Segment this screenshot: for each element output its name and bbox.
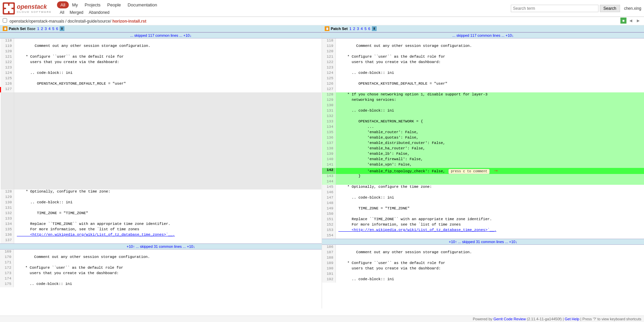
line-content[interactable]: [14, 141, 321, 146]
line-content[interactable]: 'enable_router': False,: [335, 130, 644, 136]
line-content[interactable]: TIME_ZONE = "TIME_ZONE": [335, 206, 644, 212]
line-content[interactable]: [335, 179, 644, 185]
line-content[interactable]: 'enable_distributed_router': False,: [335, 141, 644, 146]
nav-sub-abandoned[interactable]: Abandoned: [86, 9, 112, 16]
line-content[interactable]: [335, 201, 644, 206]
line-content[interactable]: .. code-block:: ini: [13, 282, 322, 287]
line-content[interactable]: [14, 130, 321, 136]
line-content[interactable]: [14, 76, 321, 82]
line-content[interactable]: Comment out any other session storage co…: [335, 44, 644, 49]
left-patch-2[interactable]: 2: [41, 27, 43, 31]
line-content[interactable]: 'enable_quotas': False,: [335, 136, 644, 141]
line-content[interactable]: [335, 212, 644, 217]
left-patch-5[interactable]: 5: [52, 27, 54, 31]
right-skip-top-link[interactable]: ... skipped 117 common lines ... +10↓: [452, 33, 514, 37]
line-content[interactable]: [335, 65, 644, 71]
line-content[interactable]: [335, 233, 644, 239]
nav-documentation[interactable]: Documentation: [124, 1, 160, 9]
line-content[interactable]: ...: [335, 125, 644, 130]
line-content[interactable]: OPENSTACK_KEYSTONE_DEFAULT_ROLE = "user": [335, 82, 644, 87]
left-patch-icon2[interactable]: ⬇: [60, 26, 64, 31]
line-content[interactable]: [14, 38, 321, 44]
line-content[interactable]: * Optionally, configure the time zone:: [335, 185, 644, 190]
line-content[interactable]: [14, 216, 321, 222]
diff-icon-1[interactable]: ■: [620, 18, 626, 24]
line-content[interactable]: [14, 179, 321, 184]
line-content[interactable]: [14, 206, 321, 211]
line-content[interactable]: OPENSTACK_NEUTRON_NETWORK = {: [335, 119, 644, 125]
code-link[interactable]: <http://en.wikipedia.org/wiki/List_of_tz…: [17, 233, 175, 237]
line-content[interactable]: [14, 136, 321, 141]
line-content[interactable]: .. code-block:: ini: [335, 277, 644, 283]
line-content[interactable]: [14, 146, 321, 152]
line-content[interactable]: * If you chose networking option 1, disa…: [335, 92, 644, 98]
right-patch-3[interactable]: 3: [357, 27, 359, 31]
search-input[interactable]: [511, 5, 598, 12]
line-content[interactable]: [335, 245, 644, 250]
nav-projects[interactable]: Projects: [81, 1, 104, 9]
line-content[interactable]: [13, 276, 322, 282]
line-content[interactable]: [14, 125, 321, 130]
right-patch-icon2[interactable]: ⬇: [372, 26, 377, 31]
line-content[interactable]: * Configure ``user`` as the default role…: [335, 55, 644, 60]
line-content[interactable]: [14, 87, 321, 92]
right-patch-2[interactable]: 2: [353, 27, 355, 31]
line-content[interactable]: [335, 103, 644, 109]
line-content[interactable]: [335, 190, 644, 196]
line-content[interactable]: .. code-block:: ini: [14, 71, 321, 76]
line-content[interactable]: Replace ``TIME_ZONE`` with an appropriat…: [335, 217, 644, 223]
line-content[interactable]: [14, 163, 321, 168]
line-content[interactable]: [335, 272, 644, 277]
line-content[interactable]: [14, 157, 321, 163]
line-content[interactable]: 'enable_vpn': False,: [335, 163, 644, 168]
line-content[interactable]: users that you create via the dashboard:: [335, 266, 644, 272]
line-content[interactable]: [14, 92, 321, 98]
line-content[interactable]: <http://en.wikipedia.org/wiki/List_of_tz…: [14, 233, 321, 238]
right-patch-icon[interactable]: 📋: [325, 26, 329, 31]
line-content[interactable]: [14, 195, 321, 200]
line-content[interactable]: [14, 49, 321, 55]
line-content[interactable]: [335, 87, 644, 92]
line-content[interactable]: [14, 238, 321, 243]
line-content[interactable]: For more information, see the `list of t…: [335, 223, 644, 228]
line-content[interactable]: 'enable_firewall': False,: [335, 157, 644, 163]
line-content[interactable]: [14, 98, 321, 103]
left-patch-4[interactable]: 4: [49, 27, 51, 31]
diff-icon-3[interactable]: ►: [635, 18, 641, 24]
code-link[interactable]: <http://en.wikipedia.org/wiki/List_of_tz…: [339, 228, 497, 232]
line-content[interactable]: TIME_ZONE = "TIME_ZONE": [14, 211, 321, 216]
left-patch-3[interactable]: 3: [45, 27, 47, 31]
line-content[interactable]: 'enable_fip_topology_check': False,press…: [335, 168, 644, 174]
line-content[interactable]: Comment out any other session storage co…: [335, 250, 644, 256]
line-content[interactable]: [335, 38, 644, 44]
line-content[interactable]: <http://en.wikipedia.org/wiki/List_of_tz…: [335, 228, 644, 233]
line-content[interactable]: Comment out any other session storage co…: [14, 44, 321, 49]
line-content[interactable]: [335, 256, 644, 261]
nav-my[interactable]: My: [69, 1, 81, 9]
left-patch-6[interactable]: 6: [56, 27, 58, 31]
line-content[interactable]: [14, 184, 321, 189]
line-content[interactable]: * Configure ``user`` as the default role…: [13, 266, 322, 271]
line-content[interactable]: For more information, see the `list of t…: [14, 227, 321, 233]
line-content[interactable]: * Configure ``user`` as the default role…: [335, 261, 644, 266]
right-patch-4[interactable]: 4: [361, 27, 363, 31]
left-skip-bottom-link[interactable]: +10↑ ... skipped 31 common lines ... +10…: [126, 244, 195, 248]
line-content[interactable]: [14, 152, 321, 157]
line-content[interactable]: [14, 103, 321, 109]
nav-sub-merged[interactable]: Merged: [67, 9, 86, 16]
line-content[interactable]: [14, 173, 321, 179]
line-content[interactable]: networking services:: [335, 98, 644, 103]
line-content[interactable]: [14, 168, 321, 173]
line-content[interactable]: users that you create via the dashboard:: [13, 271, 322, 276]
line-content[interactable]: Comment out any other session storage co…: [13, 255, 322, 260]
diff-icon-2[interactable]: ◄: [628, 18, 634, 24]
line-content[interactable]: [335, 49, 644, 55]
nav-all[interactable]: All: [57, 1, 68, 8]
line-content[interactable]: * Configure ``user`` as the default role…: [14, 55, 321, 60]
diff-container[interactable]: 📋 Patch Set Base 1 2 3 4 5 6 ⬇ ... skipp…: [0, 25, 644, 309]
breadcrumb-checkbox[interactable]: [3, 18, 7, 23]
line-content[interactable]: [14, 109, 321, 114]
line-content[interactable]: .. code-block:: ini: [14, 200, 321, 206]
right-skip-bottom-link[interactable]: +10↑ ... skipped 31 common lines ... +10…: [449, 240, 517, 244]
line-content[interactable]: OPENSTACK_KEYSTONE_DEFAULT_ROLE = "user": [14, 82, 321, 87]
